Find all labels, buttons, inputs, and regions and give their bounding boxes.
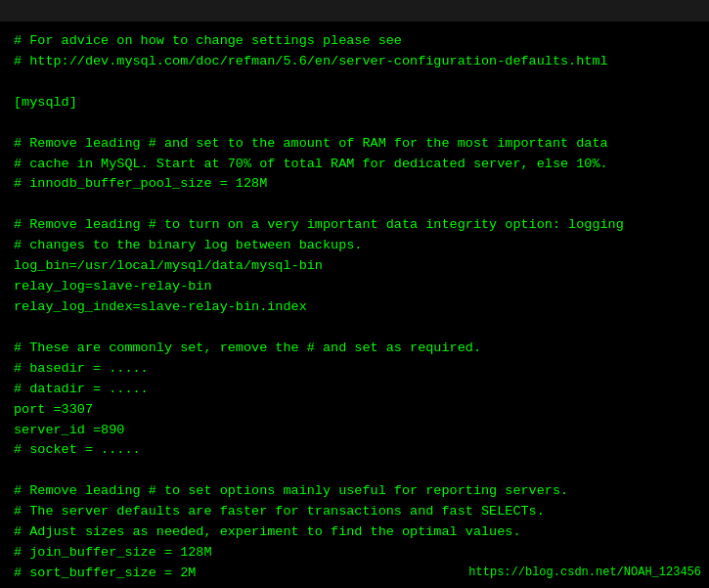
terminal-line-17: # datadir = ..... (14, 380, 695, 400)
terminal-line-24: # Adjust sizes as needed, experiment to … (14, 522, 695, 543)
terminal-line-15: # These are commonly set, remove the # a… (14, 339, 695, 359)
terminal-line-5: # Remove leading # and set to the amount… (14, 134, 695, 155)
terminal-line-27: # read_rnd_buffer_size = 2M (14, 584, 695, 588)
terminal-line-14 (14, 318, 695, 339)
terminal-line-9: # Remove leading # to turn on a very imp… (14, 215, 695, 236)
terminal-line-22: # Remove leading # to set options mainly… (14, 481, 695, 502)
terminal-line-3: [mysqld] (14, 93, 695, 113)
terminal-line-25: # join_buffer_size = 128M (14, 543, 695, 564)
terminal-line-20: # socket = ..... (14, 440, 695, 461)
terminal-line-0: # For advice on how to change settings p… (14, 31, 695, 52)
terminal-line-21 (14, 461, 695, 481)
terminal-line-12: relay_log=slave-relay-bin (14, 277, 695, 297)
terminal-line-6: # cache in MySQL. Start at 70% of total … (14, 155, 695, 175)
terminal-content: # For advice on how to change settings p… (8, 27, 701, 588)
terminal-line-19: server_id =890 (14, 421, 695, 441)
terminal-line-4 (14, 113, 695, 134)
terminal-line-13: relay_log_index=slave-relay-bin.index (14, 297, 695, 318)
terminal-line-8 (14, 195, 695, 215)
terminal-line-16: # basedir = ..... (14, 359, 695, 380)
terminal-line-10: # changes to the binary log between back… (14, 236, 695, 256)
watermark: https://blog.csdn.net/NOAH_123456 (468, 564, 701, 582)
terminal-line-2 (14, 72, 695, 93)
terminal-line-23: # The server defaults are faster for tra… (14, 502, 695, 522)
terminal-line-7: # innodb_buffer_pool_size = 128M (14, 174, 695, 195)
terminal-line-1: # http://dev.mysql.com/doc/refman/5.6/en… (14, 52, 695, 72)
terminal-line-18: port =3307 (14, 400, 695, 421)
terminal-window: # For advice on how to change settings p… (0, 0, 709, 588)
top-bar (0, 0, 709, 22)
terminal-line-11: log_bin=/usr/local/mysql/data/mysql-bin (14, 256, 695, 277)
